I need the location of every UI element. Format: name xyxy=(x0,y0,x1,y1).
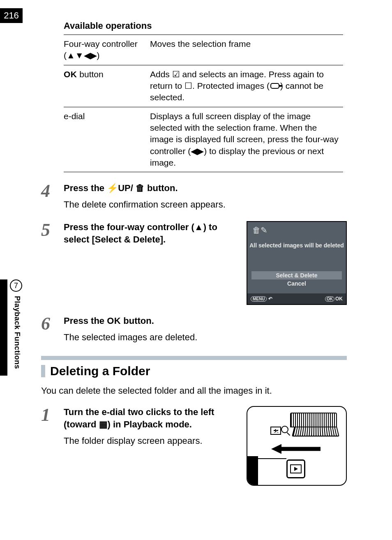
camera-grip xyxy=(247,456,258,485)
ok-button-label: OK xyxy=(64,69,77,79)
step-title-text: ) in Playback mode. xyxy=(108,419,192,429)
operation-description: Displays a full screen display of the im… xyxy=(150,107,343,172)
operation-description: Moves the selection frame xyxy=(150,35,343,65)
section-divider xyxy=(41,356,347,360)
section-heading: Deleting a Folder xyxy=(41,364,347,378)
step-number: 4 xyxy=(41,182,64,211)
table-row: Four-way controller (▲▼◀▶) Moves the sel… xyxy=(64,35,343,65)
step-title-text: Press the xyxy=(64,183,107,193)
step-description: The delete confirmation screen appears. xyxy=(64,198,347,211)
playback-button-illustration xyxy=(286,459,305,478)
thumbnail-icon: ▦ xyxy=(99,419,108,429)
step-4: 4 Press the ⚡UP/ 🗑 button. The delete co… xyxy=(41,182,347,211)
available-operations-table: Four-way controller (▲▼◀▶) Moves the sel… xyxy=(64,35,343,172)
control-suffix: button xyxy=(77,69,104,79)
flash-up-label: ⚡UP xyxy=(107,183,131,193)
section-intro: You can delete the selected folder and a… xyxy=(41,385,347,396)
check-icon: ☑ xyxy=(172,69,180,79)
step-number: 1 xyxy=(41,406,64,486)
protect-key-icon xyxy=(270,83,279,89)
step-description: The selected images are deleted. xyxy=(64,331,347,344)
table-row: OK button Adds ☑ and selects an image. P… xyxy=(64,65,343,107)
step-title: Press the four-way controller (▲) to sel… xyxy=(64,221,238,245)
thumbnail-indicator-icon xyxy=(270,427,281,435)
side-tab-bar xyxy=(0,279,7,376)
table-row: e-dial Displays a full screen display of… xyxy=(64,107,343,172)
four-way-symbols: (▲▼◀▶) xyxy=(64,51,100,60)
step-description: The folder display screen appears. xyxy=(64,435,238,448)
box-icon: ☐ xyxy=(184,81,192,90)
e-dial-illustration-lower xyxy=(292,427,339,436)
menu-badge: MENU xyxy=(251,296,267,302)
e-dial-illustration xyxy=(290,413,337,427)
lcd-bottom-bar: MENU ↶ OKOK xyxy=(247,293,346,304)
ok-badge: OK xyxy=(325,296,334,302)
step-6: 6 Press the OK button. The selected imag… xyxy=(41,315,347,344)
ok-label: OK xyxy=(107,316,121,326)
control-label: e-dial xyxy=(64,107,150,172)
lcd-confirmation-screen: 🗑✎ All selected images will be deleted S… xyxy=(247,221,347,305)
back-arrow-icon: ↶ xyxy=(268,296,272,302)
camera-illustration xyxy=(247,406,347,486)
available-operations-heading: Available operations xyxy=(64,21,347,31)
lcd-select-delete-option: Select & Delete xyxy=(251,271,342,279)
magnifier-icon xyxy=(281,426,288,433)
step-number: 6 xyxy=(41,315,64,344)
step-5: 5 Press the four-way controller (▲) to s… xyxy=(41,221,347,305)
page-number: 216 xyxy=(0,8,23,23)
lcd-cancel-option: Cancel xyxy=(247,280,346,287)
left-arrow-icon xyxy=(271,444,321,454)
step-1: 1 Turn the e-dial two clicks to the left… xyxy=(41,406,347,486)
desc-text: Adds xyxy=(150,69,172,79)
trash-icon: 🗑 xyxy=(136,183,145,193)
lcd-message: All selected images will be deleted xyxy=(247,242,346,250)
step-title-text: button. xyxy=(145,183,178,193)
chapter-title-vertical: Playback Functions xyxy=(10,296,21,378)
slash: / xyxy=(131,183,136,193)
step-title-text: Press the xyxy=(64,316,107,326)
camera-edge xyxy=(247,458,286,459)
step-title-text: button. xyxy=(121,316,154,326)
chapter-number-badge: 7 xyxy=(10,279,22,292)
trash-select-icon: 🗑✎ xyxy=(252,225,267,235)
step-number: 5 xyxy=(41,221,64,305)
operation-description: Adds ☑ and selects an image. Press again… xyxy=(150,65,343,107)
desc-text: . Protected images ( xyxy=(192,81,270,90)
control-label: Four-way controller xyxy=(64,39,138,48)
ok-text: OK xyxy=(335,296,343,302)
